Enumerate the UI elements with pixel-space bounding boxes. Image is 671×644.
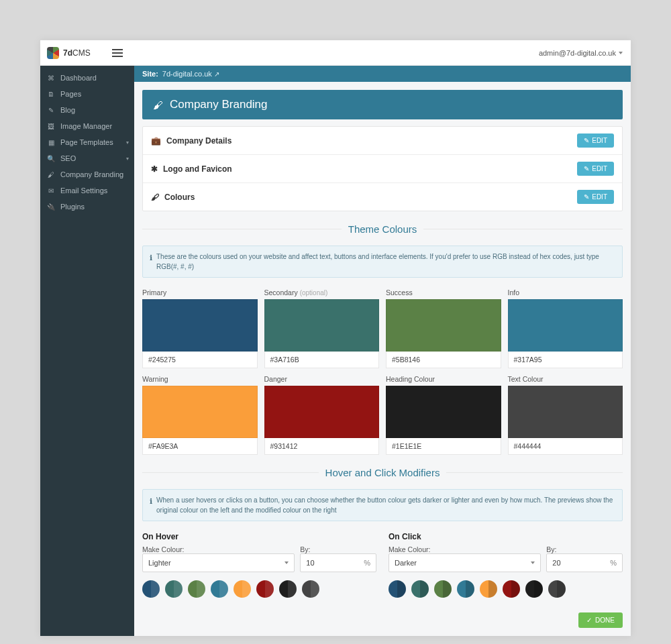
on-click-column: On Click Make Colour: Darker By: (389, 532, 623, 598)
chevron-down-icon (619, 52, 623, 54)
body-layout: ⌘Dashboard🗎Pages✎Blog🖼Image Manager▦Page… (40, 66, 631, 636)
swatch-value-input[interactable]: #3A716B (264, 352, 380, 368)
hover-by-input[interactable]: 10 % (300, 553, 376, 572)
swatch-grid: Primary #245275Secondary (optional)#3A71… (142, 288, 623, 455)
chevron-down-icon (285, 561, 289, 564)
swatch-value-input[interactable]: #1E1E1E (386, 438, 501, 455)
swatch-color[interactable] (386, 386, 501, 438)
swatch-label: Success (386, 288, 501, 297)
page-title-bar: 🖌 Company Branding (142, 90, 623, 119)
swatch-color[interactable] (508, 299, 623, 352)
preview-dot (142, 580, 160, 598)
preview-dot (165, 580, 183, 598)
site-domain-link[interactable]: 7d-digital.co.uk ↗ (162, 70, 219, 78)
swatch-value-input[interactable]: #444444 (508, 438, 623, 455)
edit-company-details-button[interactable]: ✎ EDIT (577, 133, 614, 148)
sidebar-item-label: Plugins (60, 203, 85, 211)
swatch-value-input[interactable]: #FA9E3A (142, 438, 258, 455)
main-area: Site: 7d-digital.co.uk ↗ 🖌 Company Brand… (134, 66, 631, 636)
preview-dot (411, 580, 429, 598)
sidebar-item-label: Blog (60, 106, 75, 114)
page-title: Company Branding (170, 98, 268, 111)
click-make-select[interactable]: Darker (389, 553, 541, 572)
topbar-left: 7dCMS (40, 47, 123, 59)
content: 🖌 Company Branding 💼 Company Details ✎ E… (134, 82, 631, 636)
sidebar-item-email-settings[interactable]: ✉Email Settings (40, 182, 134, 199)
pencil-icon: ✎ (584, 137, 589, 144)
asterisk-icon: ✱ (151, 164, 158, 174)
swatch-color[interactable] (508, 386, 623, 438)
sidebar-item-page-templates[interactable]: ▦Page Templates▾ (40, 134, 134, 150)
site-bar: Site: 7d-digital.co.uk ↗ (134, 66, 631, 82)
swatch-color[interactable] (264, 299, 380, 352)
sidebar-item-label: Image Manager (60, 122, 112, 130)
sidebar-item-label: SEO (60, 154, 76, 162)
chevron-down-icon (531, 561, 535, 564)
swatch-label: Info (508, 288, 623, 297)
sidebar: ⌘Dashboard🗎Pages✎Blog🖼Image Manager▦Page… (40, 66, 134, 636)
sidebar-item-pages[interactable]: 🗎Pages (40, 86, 134, 102)
sidebar-item-plugins[interactable]: 🔌Plugins (40, 199, 134, 215)
hover-make-select[interactable]: Lighter (142, 553, 295, 572)
click-by-label: By: (546, 545, 623, 553)
modifier-row: On Hover Make Colour: Lighter By: (142, 532, 623, 598)
theme-colours-heading: Theme Colours (348, 223, 417, 235)
image-icon: 🖼 (47, 123, 55, 130)
info-icon: ℹ (150, 496, 152, 507)
section-logo-favicon: ✱ Logo and Favicon ✎ EDIT (143, 155, 622, 183)
swatch-label: Warning (142, 375, 258, 383)
swatch-value-input[interactable]: #317A95 (508, 352, 623, 368)
swatch-value-input[interactable]: #5B8146 (386, 352, 501, 368)
preview-dot (434, 580, 452, 598)
edit-colours-button[interactable]: ✎ EDIT (577, 190, 614, 204)
pencil-icon: ✎ (47, 107, 55, 114)
logo[interactable]: 7dCMS (40, 47, 91, 59)
user-menu[interactable]: admin@7d-digital.co.uk (539, 49, 623, 57)
section-label-logo-favicon: Logo and Favicon (163, 164, 232, 174)
swatch-label: Secondary (optional) (264, 288, 380, 297)
swatch-color[interactable] (264, 386, 380, 438)
swatch-heading-colour: Heading Colour #1E1E1E (386, 375, 501, 455)
preview-dot (211, 580, 228, 598)
click-by-input[interactable]: 20 % (546, 553, 623, 572)
swatch-warning: Warning #FA9E3A (142, 375, 258, 455)
sidebar-item-label: Email Settings (60, 186, 107, 195)
sidebar-item-label: Dashboard (60, 74, 97, 82)
app-window: 7dCMS admin@7d-digital.co.uk ⌘Dashboard🗎… (40, 40, 631, 636)
site-label: Site: (142, 70, 158, 78)
layout-icon: ▦ (47, 139, 55, 146)
preview-dot (548, 580, 566, 598)
swatch-danger: Danger #931412 (264, 375, 380, 455)
brush-icon: 🖌 (151, 193, 159, 202)
swatch-color[interactable] (386, 299, 501, 352)
edit-logo-favicon-button[interactable]: ✎ EDIT (577, 162, 614, 176)
search-icon: 🔍 (47, 155, 55, 162)
swatch-value-input[interactable]: #931412 (264, 438, 380, 455)
pencil-icon: ✎ (584, 193, 589, 201)
sidebar-item-image-manager[interactable]: 🖼Image Manager (40, 118, 134, 134)
swatch-color[interactable] (142, 299, 258, 352)
section-label-company-details: Company Details (166, 136, 231, 146)
briefcase-icon: 💼 (151, 136, 161, 146)
modifiers-info: ℹ When a user hovers or clicks on a butt… (142, 489, 623, 521)
chevron-down-icon: ▾ (126, 140, 129, 146)
preview-dot (389, 580, 406, 598)
sidebar-item-company-branding[interactable]: 🖌Company Branding (40, 166, 134, 182)
hover-by-label: By: (300, 545, 376, 553)
sidebar-item-label: Company Branding (60, 170, 123, 178)
done-button[interactable]: ✓ DONE (578, 612, 623, 628)
click-make-label: Make Colour: (389, 545, 541, 553)
sidebar-item-blog[interactable]: ✎Blog (40, 102, 134, 118)
menu-toggle-icon[interactable] (112, 49, 123, 57)
external-link-icon: ↗ (214, 70, 219, 78)
swatch-label: Heading Colour (386, 375, 501, 383)
footer-actions: ✓ DONE (142, 612, 623, 628)
sidebar-item-seo[interactable]: 🔍SEO▾ (40, 150, 134, 166)
swatch-value-input[interactable]: #245275 (142, 352, 258, 368)
section-colours: 🖌 Colours ✎ EDIT (143, 183, 622, 211)
swatch-primary: Primary #245275 (142, 288, 258, 368)
plug-icon: 🔌 (47, 203, 55, 211)
swatch-color[interactable] (142, 386, 258, 438)
preview-dot (234, 580, 251, 598)
sidebar-item-dashboard[interactable]: ⌘Dashboard (40, 70, 134, 86)
